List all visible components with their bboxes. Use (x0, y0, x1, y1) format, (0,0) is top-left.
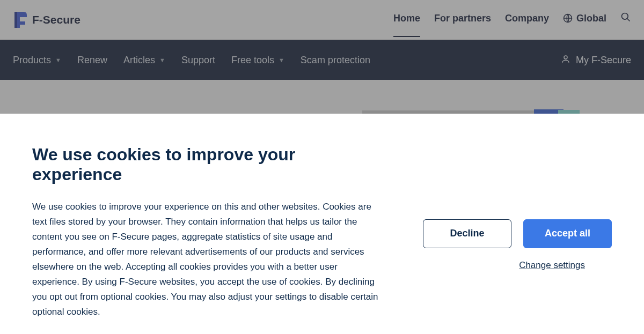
nav-home[interactable]: Home (393, 13, 420, 27)
subnav-products[interactable]: Products ▼ (13, 55, 61, 66)
subnav-free-tools[interactable]: Free tools ▼ (231, 55, 284, 66)
globe-icon (563, 13, 573, 23)
chevron-down-icon: ▼ (159, 57, 165, 63)
subnav-articles-label: Articles (123, 55, 155, 66)
my-account-label: My F-Secure (576, 55, 631, 66)
nav-global[interactable]: Global (563, 13, 606, 27)
svg-point-2 (622, 13, 628, 19)
f-logo-icon (13, 12, 27, 28)
nav-company[interactable]: Company (505, 13, 549, 27)
top-header: F-Secure Home For partners Company Globa… (0, 0, 644, 40)
subnav-scam-protection[interactable]: Scam protection (301, 55, 370, 66)
cookie-consent-panel: We use cookies to improve your experienc… (0, 114, 644, 334)
brand-logo[interactable]: F-Secure (13, 12, 80, 28)
subnav-renew[interactable]: Renew (77, 55, 107, 66)
svg-point-4 (564, 56, 567, 59)
search-icon (620, 12, 631, 25)
top-nav: Home For partners Company Global (393, 12, 631, 28)
nav-partners[interactable]: For partners (434, 13, 491, 27)
svg-rect-0 (14, 12, 17, 28)
change-settings-link[interactable]: Change settings (519, 260, 585, 271)
subnav-free-tools-label: Free tools (231, 55, 274, 66)
svg-line-3 (627, 18, 630, 21)
hero-background (0, 80, 644, 113)
subnav-products-label: Products (13, 55, 51, 66)
decline-button[interactable]: Decline (423, 219, 511, 248)
sub-nav: Products ▼ Renew Articles ▼ Support Free… (0, 40, 644, 80)
nav-global-label: Global (576, 13, 606, 24)
cookie-title: We use cookies to improve your experienc… (32, 145, 386, 184)
my-account-link[interactable]: My F-Secure (561, 54, 631, 66)
cookie-body-text: We use cookies to improve your experienc… (32, 199, 386, 320)
subnav-support[interactable]: Support (181, 55, 215, 66)
search-button[interactable] (620, 12, 631, 28)
accept-all-button[interactable]: Accept all (523, 219, 612, 248)
user-icon (561, 54, 570, 66)
chevron-down-icon: ▼ (279, 57, 284, 63)
chevron-down-icon: ▼ (55, 57, 61, 63)
subnav-articles[interactable]: Articles ▼ (123, 55, 165, 66)
brand-name: F-Secure (32, 13, 80, 26)
